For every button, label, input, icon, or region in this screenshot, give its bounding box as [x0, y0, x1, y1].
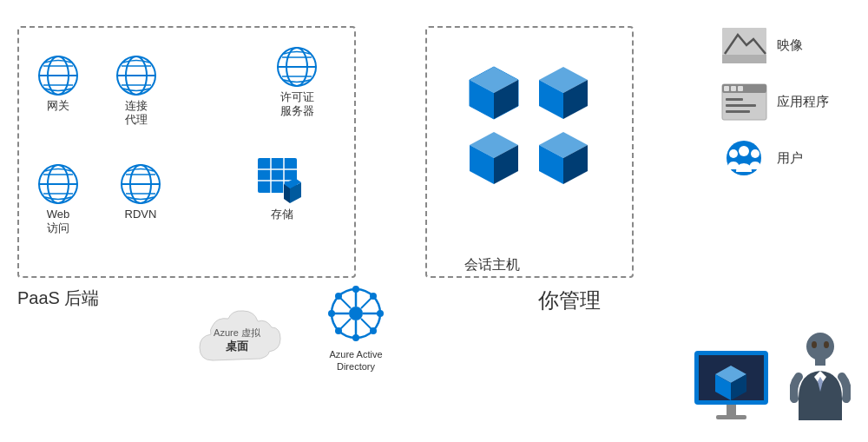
- storage-label: 存储: [271, 208, 293, 221]
- license-label: 许可证服务器: [280, 90, 314, 117]
- svg-rect-76: [738, 86, 743, 91]
- azure-vd-cloud: Azure 虚拟 桌面: [195, 300, 308, 378]
- item-license: 许可证服务器: [275, 45, 319, 117]
- svg-rect-68: [722, 55, 766, 63]
- sidebar-item-image: 映像: [720, 26, 859, 65]
- svg-point-49: [349, 307, 363, 320]
- svg-text:Azure 虚拟: Azure 虚拟: [214, 327, 261, 338]
- svg-rect-87: [727, 405, 736, 415]
- app-icon-box: [720, 82, 768, 122]
- svg-text:桌面: 桌面: [226, 340, 249, 353]
- image-label: 映像: [777, 37, 803, 54]
- rdvn-label: RDVN: [125, 208, 157, 221]
- svg-point-89: [806, 333, 834, 360]
- item-gateway: 网关: [36, 54, 80, 113]
- session-host-label: 会话主机: [464, 256, 520, 274]
- svg-point-78: [729, 149, 738, 158]
- cubes-group: [444, 54, 618, 219]
- person-icon: [790, 329, 851, 425]
- svg-rect-90: [815, 359, 825, 366]
- cube-br: [531, 128, 596, 188]
- svg-point-79: [751, 149, 760, 158]
- svg-rect-71: [726, 98, 743, 101]
- person-svg: [790, 329, 851, 425]
- image-icon-box: [720, 26, 768, 65]
- svg-point-65: [335, 327, 342, 334]
- svg-point-93: [812, 341, 817, 348]
- cube-bl: [462, 128, 527, 188]
- storage-icon: [253, 154, 310, 206]
- user-icon: [720, 139, 768, 178]
- svg-point-59: [352, 334, 359, 341]
- user-label: 用户: [777, 150, 803, 167]
- svg-point-64: [370, 293, 377, 300]
- cube-tl: [462, 63, 527, 123]
- monitor-svg: [690, 346, 786, 425]
- svg-rect-73: [726, 110, 750, 113]
- svg-rect-88: [716, 415, 746, 419]
- svg-point-80: [739, 146, 749, 156]
- svg-point-63: [370, 327, 377, 334]
- azure-ad-icon: [321, 279, 391, 348]
- webaccess-icon: [36, 162, 80, 206]
- rdvn-icon: [119, 162, 162, 206]
- sidebar-item-app: 应用程序: [720, 82, 859, 122]
- item-storage: 存储: [253, 154, 310, 221]
- cloud-area: Azure 虚拟 桌面: [156, 287, 434, 391]
- gateway-icon: [36, 54, 80, 97]
- item-webaccess: Web访问: [36, 162, 80, 234]
- item-rdvn: RDVN: [119, 162, 162, 221]
- app-icon: [720, 82, 768, 122]
- svg-rect-74: [724, 86, 729, 91]
- app-label: 应用程序: [777, 94, 829, 110]
- azure-ad-container: Azure Active Directory: [317, 279, 395, 373]
- user-icon-box: [720, 139, 768, 178]
- paas-label: PaaS 后端: [17, 287, 99, 310]
- license-icon: [275, 45, 319, 89]
- computer-icon: [690, 346, 786, 425]
- bottom-right-area: [690, 329, 851, 425]
- svg-point-60: [328, 310, 335, 317]
- webaccess-label: Web访问: [47, 208, 70, 234]
- svg-point-94: [824, 341, 829, 348]
- svg-rect-72: [726, 104, 756, 107]
- cloud-icon: Azure 虚拟 桌面: [195, 300, 308, 378]
- proxy-icon: [115, 54, 158, 97]
- item-proxy: 连接代理: [115, 54, 158, 126]
- sidebar-item-user: 用户: [720, 139, 859, 178]
- svg-rect-75: [731, 86, 736, 91]
- gateway-label: 网关: [47, 99, 69, 113]
- azure-ad-label: Azure Active Directory: [317, 348, 395, 373]
- svg-point-61: [377, 310, 384, 317]
- svg-point-58: [352, 286, 359, 293]
- main-diagram: 网关 连接代理: [0, 0, 868, 442]
- proxy-label: 连接代理: [125, 99, 148, 126]
- image-icon: [720, 26, 768, 65]
- right-sidebar: 映像 应用程序: [720, 26, 859, 178]
- svg-point-62: [335, 293, 342, 300]
- session-box: [425, 26, 634, 278]
- manage-label: 你管理: [538, 287, 601, 314]
- cube-tr: [531, 63, 596, 123]
- paas-box: 网关 连接代理: [17, 26, 356, 278]
